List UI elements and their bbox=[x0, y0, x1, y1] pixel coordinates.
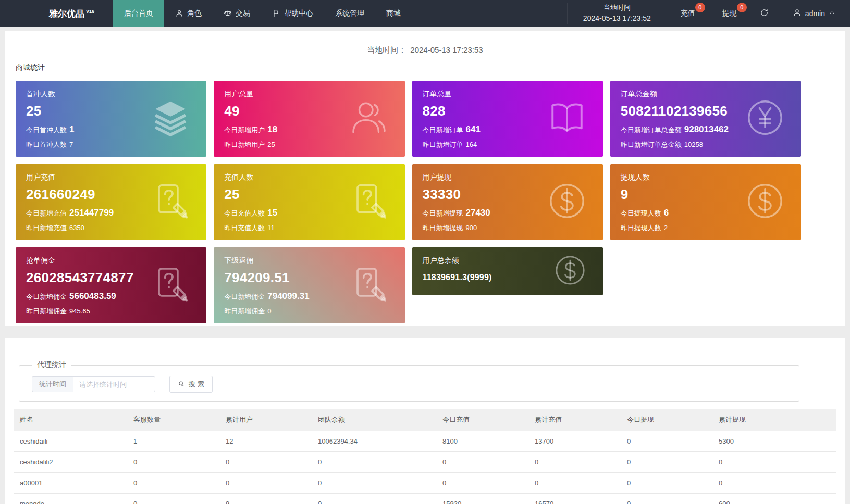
panel-time-label: 当地时间： bbox=[367, 45, 406, 54]
col-team-balance: 团队余额 bbox=[312, 409, 436, 431]
nav-item[interactable]: 后台首页 bbox=[113, 0, 164, 27]
time-filter-input[interactable] bbox=[73, 376, 155, 392]
agent-stats-legend: 代理统计 bbox=[32, 360, 71, 370]
withdraw-button[interactable]: 提现 0 bbox=[709, 0, 750, 27]
cell-total-withdraw: 5300 bbox=[712, 431, 836, 452]
yesterday-label: 昨日新增用户 bbox=[224, 141, 265, 148]
table-row: ceshidaili 1 12 10062394.34 8100 13700 0… bbox=[14, 431, 836, 452]
agent-table: 姓名 客服数量 累计用户 团队余额 今日充值 累计充值 今日提现 累计提现 ce… bbox=[14, 409, 836, 504]
flag-icon bbox=[272, 9, 280, 18]
nav-item[interactable]: 角色 bbox=[164, 0, 213, 27]
stat-card: 用户提现 33330 今日新增提现27430 昨日新增提现900 bbox=[412, 164, 603, 240]
nav-item[interactable]: 帮助中心 bbox=[261, 0, 324, 27]
local-time-block: 当地时间 2024-05-13 17:23:52 bbox=[567, 3, 667, 24]
search-button-label: 搜 索 bbox=[189, 380, 204, 389]
stat-card-title: 充值人数 bbox=[224, 173, 394, 182]
today-value: 15 bbox=[267, 208, 277, 218]
today-value: 928013462 bbox=[684, 124, 729, 134]
cell-team-balance: 0 bbox=[312, 494, 436, 504]
agent-table-body: ceshidaili 1 12 10062394.34 8100 13700 0… bbox=[14, 431, 836, 504]
recharge-button[interactable]: 充值 0 bbox=[667, 0, 709, 27]
yesterday-label: 昨日新增订单 bbox=[423, 141, 463, 148]
cell-service-count: 0 bbox=[127, 494, 219, 504]
search-icon bbox=[178, 380, 185, 389]
cell-total-withdraw: 0 bbox=[712, 473, 836, 494]
stat-card-yesterday-line: 昨日新增订单164 bbox=[423, 140, 593, 149]
cell-total-recharge: 13700 bbox=[528, 431, 621, 452]
cell-total-withdraw: 0 bbox=[712, 452, 836, 473]
nav-item[interactable]: 系统管理 bbox=[324, 0, 375, 27]
section-title: 商城统计 bbox=[16, 63, 845, 72]
stat-card: 下级返佣 794209.51 今日新增佣金794099.31 昨日新增佣金0 bbox=[214, 247, 404, 323]
nav-label: 后台首页 bbox=[124, 9, 153, 18]
scales-icon bbox=[224, 9, 232, 18]
recharge-badge: 0 bbox=[695, 3, 705, 12]
stat-card: 用户总余额 11839691.3(9999) bbox=[412, 247, 603, 295]
table-row: ceshidalili2 0 0 0 0 0 0 0 bbox=[14, 452, 836, 473]
cell-total-users: 9 bbox=[219, 494, 312, 504]
stat-card-title: 用户充值 bbox=[26, 173, 196, 182]
stat-card-yesterday-line: 昨日新增订单总金额10258 bbox=[621, 140, 791, 149]
today-label: 今日充值人数 bbox=[224, 209, 265, 217]
stat-card-yesterday-line: 昨日提现人数2 bbox=[621, 223, 791, 233]
user-menu[interactable]: admin bbox=[778, 8, 850, 19]
stat-card-title: 订单总金额 bbox=[621, 90, 791, 99]
book-icon bbox=[548, 98, 586, 139]
stat-card-yesterday-line: 昨日新增佣金945.65 bbox=[26, 307, 196, 316]
stat-card: 订单总金额 50821102139656 今日新增订单总金额928013462 … bbox=[610, 81, 801, 157]
nav-item[interactable]: 商城 bbox=[375, 0, 412, 27]
top-nav: 后台首页 角色 交易 帮助中心 系统管理 商城 bbox=[113, 0, 412, 27]
today-value: 27430 bbox=[466, 208, 490, 218]
col-total-users: 累计用户 bbox=[219, 409, 312, 431]
agent-stats-panel: 代理统计 统计时间 搜 索 姓名 客服数量 累计用户 团队余额 bbox=[5, 338, 845, 504]
brand-logo: 雅尔优品V16 bbox=[0, 0, 113, 27]
cell-today-withdraw: 0 bbox=[621, 431, 712, 452]
doc-icon bbox=[350, 265, 388, 306]
yesterday-value: 164 bbox=[466, 141, 477, 148]
cell-name: a00001 bbox=[14, 473, 127, 494]
col-today-withdraw: 今日提现 bbox=[621, 409, 712, 431]
withdraw-label: 提现 bbox=[722, 9, 737, 18]
yesterday-value: 945.65 bbox=[69, 307, 90, 315]
refresh-button[interactable] bbox=[750, 8, 778, 19]
cell-name: ceshidalili2 bbox=[14, 452, 127, 473]
stat-card-yesterday-line: 昨日新增提现900 bbox=[423, 223, 593, 233]
nav-label: 商城 bbox=[386, 9, 401, 18]
yesterday-label: 昨日充值人数 bbox=[224, 224, 265, 232]
stat-card: 抢单佣金 26028543774877 今日新增佣金5660483.59 昨日新… bbox=[16, 247, 206, 323]
search-button[interactable]: 搜 索 bbox=[169, 376, 213, 393]
yesterday-label: 昨日提现人数 bbox=[621, 224, 661, 232]
person-icon bbox=[175, 9, 183, 18]
nav-item[interactable]: 交易 bbox=[213, 0, 261, 27]
user-icon bbox=[793, 8, 802, 19]
local-time-value: 2024-05-13 17:23:52 bbox=[583, 13, 651, 24]
stat-card-yesterday-line: 昨日新增充值6350 bbox=[26, 223, 196, 233]
topbar-right: 当地时间 2024-05-13 17:23:52 充值 0 提现 0 admin bbox=[567, 0, 850, 27]
stat-card-title: 抢单佣金 bbox=[26, 256, 196, 266]
nav-label: 系统管理 bbox=[335, 9, 364, 18]
brand-version: V16 bbox=[86, 9, 94, 14]
dollar-icon bbox=[746, 182, 784, 222]
today-label: 今日新增提现 bbox=[423, 209, 463, 217]
yesterday-label: 昨日新增提现 bbox=[423, 224, 463, 232]
yesterday-value: 0 bbox=[267, 307, 271, 315]
local-time-label: 当地时间 bbox=[583, 3, 651, 13]
col-name: 姓名 bbox=[14, 409, 127, 431]
table-row: a00001 0 0 0 0 0 0 0 bbox=[14, 473, 836, 494]
today-label: 今日新增充值 bbox=[26, 209, 67, 217]
cell-today-withdraw: 0 bbox=[621, 473, 712, 494]
cell-total-recharge: 0 bbox=[528, 473, 621, 494]
stat-card-title: 订单总量 bbox=[423, 90, 593, 99]
today-value: 1 bbox=[69, 124, 74, 134]
cell-service-count: 1 bbox=[127, 431, 219, 452]
table-header-row: 姓名 客服数量 累计用户 团队余额 今日充值 累计充值 今日提现 累计提现 bbox=[14, 409, 836, 431]
table-row: mengde 0 9 0 15920 16570 0 600 bbox=[14, 494, 836, 504]
today-value: 641 bbox=[466, 124, 481, 134]
col-total-withdraw: 累计提现 bbox=[712, 409, 836, 431]
yesterday-value: 6350 bbox=[69, 224, 84, 232]
yen-icon bbox=[746, 98, 784, 139]
cell-today-recharge: 15920 bbox=[436, 494, 528, 504]
col-today-recharge: 今日充值 bbox=[436, 409, 528, 431]
today-label: 今日新增佣金 bbox=[26, 293, 67, 300]
cell-today-withdraw: 0 bbox=[621, 494, 712, 504]
